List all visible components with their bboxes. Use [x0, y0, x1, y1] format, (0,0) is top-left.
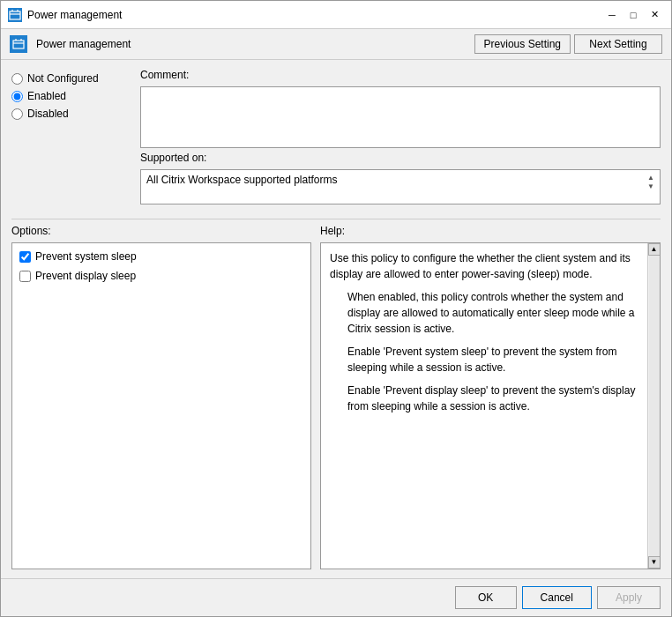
disabled-option[interactable]: Disabled — [11, 108, 135, 120]
scroll-up-arrow[interactable]: ▲ — [647, 174, 654, 182]
prevent-system-sleep-label: Prevent system sleep — [35, 250, 137, 263]
divider — [11, 219, 661, 219]
scroll-down-arrow[interactable]: ▼ — [647, 182, 654, 190]
options-panel: Prevent system sleep Prevent display sle… — [11, 242, 311, 569]
comment-label: Comment: — [140, 69, 661, 81]
enabled-radio[interactable] — [11, 91, 23, 102]
not-configured-radio[interactable] — [11, 73, 23, 85]
disabled-radio[interactable] — [11, 108, 23, 120]
main-content: Not Configured Enabled Disabled Comment:… — [1, 60, 671, 578]
minimize-button[interactable]: ─ — [602, 5, 622, 25]
toolbar-icon — [10, 35, 27, 53]
help-scroll-track — [649, 256, 660, 556]
close-button[interactable]: ✕ — [645, 5, 664, 25]
help-paragraph-3: Enable 'Prevent system sleep' to prevent… — [330, 344, 638, 375]
right-panel: Comment: Supported on: All Citrix Worksp… — [140, 69, 661, 204]
prevent-display-sleep-label: Prevent display sleep — [35, 270, 136, 282]
enabled-label: Enabled — [27, 90, 66, 102]
window-icon — [8, 8, 22, 22]
title-bar-text: Power management — [27, 9, 602, 21]
maximize-button[interactable]: □ — [623, 5, 643, 25]
svg-rect-0 — [10, 11, 20, 19]
top-section: Not Configured Enabled Disabled Comment:… — [11, 69, 661, 204]
help-panel: Use this policy to configure the whether… — [320, 242, 661, 569]
prevent-display-sleep-checkbox[interactable] — [19, 271, 31, 282]
options-header: Options: — [11, 225, 311, 237]
supported-text: All Citrix Workspace supported platforms — [146, 174, 647, 186]
not-configured-label: Not Configured — [27, 72, 99, 85]
help-paragraph-4: Enable 'Prevent display sleep' to preven… — [330, 383, 638, 414]
disabled-label: Disabled — [27, 108, 69, 120]
ok-button[interactable]: OK — [455, 586, 517, 609]
help-paragraph-1: Use this policy to configure the whether… — [330, 250, 638, 282]
lower-section: Prevent system sleep Prevent display sle… — [11, 242, 661, 569]
supported-label: Supported on: — [140, 152, 661, 164]
previous-setting-button[interactable]: Previous Setting — [474, 34, 571, 54]
help-scroll-up[interactable]: ▲ — [648, 243, 661, 256]
toolbar-title: Power management — [36, 38, 471, 50]
help-scrollbar: ▲ ▼ — [647, 243, 660, 569]
cancel-button[interactable]: Cancel — [522, 586, 592, 609]
help-text-content: Use this policy to configure the whether… — [330, 250, 651, 414]
help-paragraph-2: When enabled, this policy controls wheth… — [330, 289, 638, 337]
help-header: Help: — [320, 225, 661, 237]
comment-textarea[interactable] — [140, 86, 661, 148]
footer: OK Cancel Apply — [1, 578, 671, 616]
toolbar: Power management Previous Setting Next S… — [1, 29, 671, 60]
prevent-system-sleep-checkbox[interactable] — [19, 251, 31, 263]
next-setting-button[interactable]: Next Setting — [574, 34, 662, 54]
prevent-display-sleep-item[interactable]: Prevent display sleep — [19, 270, 303, 282]
title-bar-controls: ─ □ ✕ — [602, 5, 664, 25]
radio-group: Not Configured Enabled Disabled — [11, 69, 135, 204]
prevent-system-sleep-item[interactable]: Prevent system sleep — [19, 250, 303, 263]
svg-rect-4 — [13, 41, 24, 48]
apply-button[interactable]: Apply — [597, 586, 661, 609]
enabled-option[interactable]: Enabled — [11, 90, 135, 102]
section-headers: Options: Help: — [11, 225, 661, 237]
title-bar: Power management ─ □ ✕ — [1, 1, 671, 29]
main-window: Power management ─ □ ✕ Power management … — [0, 0, 672, 617]
supported-box: All Citrix Workspace supported platforms… — [140, 169, 661, 204]
supported-scrollbar[interactable]: ▲ ▼ — [647, 174, 654, 190]
help-scroll-down[interactable]: ▼ — [648, 556, 661, 569]
not-configured-option[interactable]: Not Configured — [11, 72, 135, 85]
